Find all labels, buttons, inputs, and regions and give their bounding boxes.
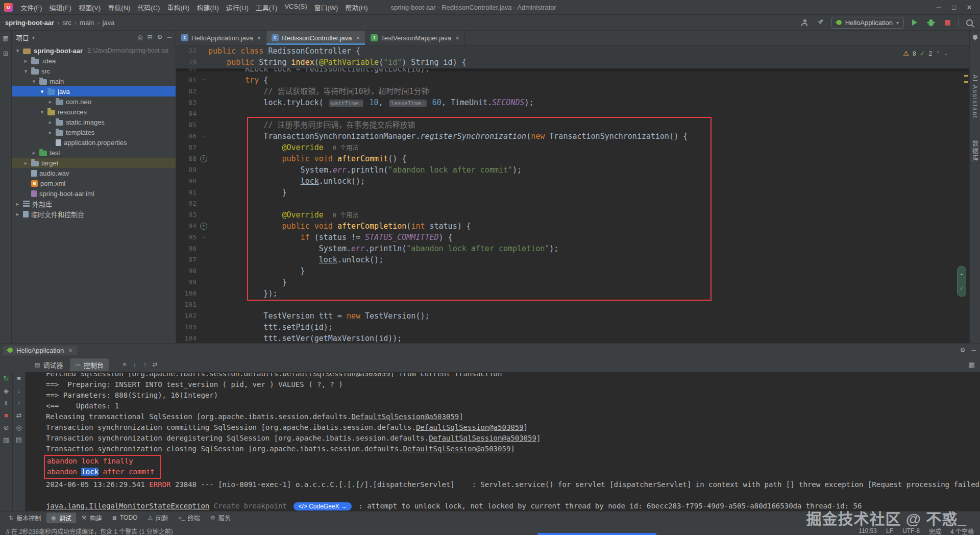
console-link[interactable]: DefaultSqlSession@a503059: [429, 434, 536, 442]
toolwindow-button[interactable]: ⚠问题: [143, 513, 173, 523]
settings-icon[interactable]: ⚙: [157, 34, 163, 41]
locate-icon[interactable]: ◎: [137, 34, 142, 41]
mute-icon[interactable]: ⊘: [4, 424, 9, 431]
console-link[interactable]: DefaultSqlSession@a503059: [283, 373, 390, 378]
code-line[interactable]: 101: [176, 299, 969, 310]
list-icon[interactable]: ▤: [16, 436, 22, 444]
menu-item[interactable]: 视图(V): [75, 1, 104, 14]
code-line[interactable]: 80 RLock lock = redissonClient.getLock(i…: [176, 68, 969, 75]
step-down-icon[interactable]: ↓: [17, 387, 21, 395]
tree-item[interactable]: ▸target: [12, 158, 176, 168]
soft-wrap-icon[interactable]: ≡: [119, 361, 130, 368]
close-icon[interactable]: ×: [257, 34, 261, 42]
search-everywhere-button[interactable]: [964, 17, 975, 28]
editor-body[interactable]: 22 public class RedissonController {79 p…: [176, 45, 969, 343]
debug-view-tab[interactable]: ▭控制台: [70, 358, 108, 371]
code-line[interactable]: 95− if (status != STATUS_COMMITTED) {: [176, 232, 969, 243]
code-line[interactable]: 89 System.err.println("abandon lock afte…: [176, 164, 969, 176]
chevron-down-icon[interactable]: ▾: [39, 109, 45, 115]
tree-item[interactable]: ▸templates: [12, 127, 176, 137]
minimize-icon[interactable]: ─: [932, 4, 945, 11]
breadcrumb-item[interactable]: src: [62, 19, 71, 27]
chevron-right-icon[interactable]: ▸: [47, 129, 53, 136]
code-line[interactable]: 102 TestVersion ttt = new TestVersion();: [176, 310, 969, 322]
code-line[interactable]: 87 @Override 0 个用法: [176, 142, 969, 153]
debug-button[interactable]: [925, 17, 937, 28]
hide-icon[interactable]: ─: [167, 34, 172, 41]
console-link[interactable]: java.lang.IllegalMonitorStateException: [46, 502, 209, 510]
code-line[interactable]: 86− TransactionSynchronizationManager.re…: [176, 131, 969, 142]
layout-settings-icon[interactable]: ▦: [969, 361, 975, 369]
toolwindow-button[interactable]: ≣TODO: [108, 513, 142, 522]
trash-icon[interactable]: ▥: [3, 436, 9, 444]
ai-floating-toolbar[interactable]: ✦✓: [957, 266, 966, 297]
fold-icon[interactable]: −: [199, 131, 208, 142]
project-panel-title[interactable]: 项目: [16, 33, 29, 42]
tree-item[interactable]: ▾java: [12, 86, 176, 96]
toolwindow-button[interactable]: ⇅版本控制: [4, 513, 45, 523]
tree-item[interactable]: ▸.idea: [12, 56, 176, 66]
codegeex-badge[interactable]: </> CodeGeeX →: [293, 502, 351, 510]
chevron-down-icon[interactable]: ▾: [15, 47, 20, 54]
chevron-down-icon[interactable]: ▾: [23, 68, 29, 75]
code-line[interactable]: 99 }: [176, 277, 969, 288]
debug-console[interactable]: Fetched SqlSession [org.apache.ibatis.se…: [26, 372, 980, 511]
code-line[interactable]: 85 // 注册事务同步回调，在事务提交后释放锁: [176, 119, 969, 131]
step-up-icon[interactable]: ↑: [17, 399, 21, 407]
scrollbar-warning-mark[interactable]: [964, 81, 968, 83]
tree-item[interactable]: ▸com.neo: [12, 96, 176, 107]
tree-item[interactable]: audio.wav: [12, 168, 176, 178]
structure-stripe-icon[interactable]: ⊞: [3, 50, 8, 57]
code-line[interactable]: 81− try {: [176, 75, 969, 86]
chevron-right-icon[interactable]: ▸: [23, 58, 29, 64]
code-line[interactable]: 93 @Override 0 个用法: [176, 209, 969, 221]
code-line[interactable]: 83 lock.tryLock( waitTime: 10, leaseTime…: [176, 97, 969, 108]
toolwindow-button[interactable]: >_终端: [174, 513, 205, 523]
fold-icon[interactable]: −: [199, 75, 208, 86]
chevron-down-icon[interactable]: ▾: [31, 78, 37, 85]
code-line[interactable]: 84: [176, 108, 969, 119]
close-icon[interactable]: ×: [356, 34, 360, 42]
project-stripe-icon[interactable]: ▦: [3, 35, 8, 42]
chevron-up-icon[interactable]: ⌃: [936, 48, 940, 59]
chevron-right-icon[interactable]: ▸: [47, 119, 53, 126]
scroll-down-icon[interactable]: ↓: [130, 361, 140, 368]
swap-icon[interactable]: ⇄: [16, 411, 22, 419]
menu-item[interactable]: 重构(R): [163, 1, 193, 14]
menu-item[interactable]: 文件(F): [17, 1, 46, 14]
menu-item[interactable]: 编辑(E): [46, 1, 75, 14]
tool-stripe-database[interactable]: 数据库: [971, 140, 979, 162]
inspections-widget[interactable]: ⚠ 8 ✓ 2 ⌃ ⌄: [903, 48, 948, 59]
menu-item[interactable]: VCS(S): [281, 1, 310, 14]
close-icon[interactable]: ×: [455, 34, 459, 42]
hide-panel-icon[interactable]: ─: [971, 347, 976, 354]
pause-icon[interactable]: ‖: [5, 399, 7, 407]
editor-tab[interactable]: CHelloApplication.java×: [176, 31, 266, 45]
snapshot-icon[interactable]: ◎: [16, 424, 21, 431]
debug-session-tab[interactable]: HelloApplication ×: [3, 346, 77, 355]
toolwindow-button[interactable]: ⚒构建: [77, 513, 107, 523]
close-icon[interactable]: ×: [68, 347, 72, 354]
run-config-select[interactable]: HelloApplication ▾: [831, 17, 904, 29]
menu-item[interactable]: 帮助(H): [341, 1, 371, 14]
menu-item[interactable]: 导航(N): [104, 1, 134, 14]
toolwindow-button[interactable]: ⚙服务: [206, 513, 235, 523]
collapse-all-icon[interactable]: ⊟: [148, 34, 153, 41]
notifications-bell-icon[interactable]: [973, 35, 977, 39]
menu-item[interactable]: 工具(T): [252, 1, 281, 14]
breadcrumb-item[interactable]: java: [103, 19, 115, 27]
chevron-down-icon[interactable]: ▾: [32, 35, 35, 40]
tree-item[interactable]: ▾spring-boot-aarE:\JavaDemos\spring-boot…: [12, 45, 176, 56]
chevron-right-icon[interactable]: ▸: [15, 201, 20, 207]
chevron-right-icon[interactable]: ▸: [31, 150, 37, 156]
code-line[interactable]: 79 public String index(@PathVariable("id…: [176, 57, 969, 68]
code-line[interactable]: 22 public class RedissonController {: [176, 45, 969, 57]
code-line[interactable]: 98 }: [176, 265, 969, 277]
filter-icon[interactable]: ≡: [17, 375, 21, 382]
fold-icon[interactable]: −: [199, 232, 208, 243]
app-logo-icon[interactable]: IJ: [4, 3, 13, 12]
tree-item[interactable]: ▾resources: [12, 107, 176, 117]
code-line[interactable]: 100 });: [176, 288, 969, 299]
chevron-down-icon[interactable]: ▾: [39, 88, 45, 95]
close-icon[interactable]: ✕: [963, 4, 976, 11]
